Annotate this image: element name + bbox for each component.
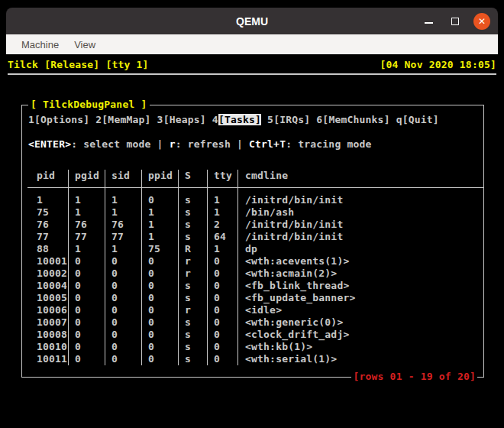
close-button[interactable]: ✕ (473, 13, 490, 30)
close-icon: ✕ (478, 17, 486, 26)
column-header-s: S (179, 170, 208, 182)
tab-tasks[interactable]: 4[Tasks] (212, 114, 261, 125)
tab-memchunks[interactable]: 6[MemChunks] (316, 114, 389, 125)
table-row: 10001000r0<wth:acevents(1)> (27, 255, 483, 268)
status-separator (8, 73, 496, 75)
tab-options[interactable]: 1[Options] (28, 114, 89, 125)
table-row: 10007000s0<wth:generic(0)> (27, 316, 483, 329)
panel-tabs: 1[Options] 2[MemMap] 3[Heaps] 4[Tasks] 5… (28, 114, 439, 126)
tab-irqs[interactable]: 5[IRQs] (267, 114, 310, 125)
table-row: 10011000s0<wth:serial(1)> (27, 353, 483, 365)
debug-panel: [ TilckDebugPanel ] 1[Options] 2[MemMap]… (21, 105, 484, 378)
table-row: 75111s1/bin/ash (27, 206, 483, 219)
table-row: 10005000s0<fb_update_banner> (27, 292, 483, 304)
process-table: pidpgidsidppidSttycmdline 1110s1/initrd/… (27, 170, 483, 365)
table-header-row: pidpgidsidppidSttycmdline (27, 170, 483, 182)
table-row: 7777771s64/initrd/bin/init (27, 231, 483, 243)
panel-help-line: <ENTER>: select mode | r: refresh | Ctrl… (28, 138, 372, 151)
column-header-cmdline: cmdline (238, 170, 483, 182)
terminal-screen[interactable]: Tilck [Release] [tty 1] [04 Nov 2020 18:… (6, 54, 498, 422)
table-row: 10006000r0<idle> (27, 304, 483, 316)
column-header-pid: pid (27, 170, 69, 182)
table-row: 10002000r0<wth:acmain(2)> (27, 268, 483, 280)
minimize-button[interactable] (420, 13, 437, 30)
screen: QEMU ✕ Machine View Tilck [Release] [tty… (0, 0, 504, 428)
table-row: 881175R1dp (27, 243, 483, 255)
column-header-tty: tty (208, 170, 238, 182)
rows-indicator: [rows 01 - 19 of 20] (351, 371, 477, 383)
window-title: QEMU (236, 15, 268, 28)
column-header-sid: sid (105, 170, 142, 182)
process-table-body: 1110s1/initrd/bin/init75111s1/bin/ash767… (27, 194, 483, 365)
table-separator-row (27, 182, 483, 194)
minimize-icon (425, 22, 433, 24)
tab-memmap[interactable]: 2[MemMap] (95, 114, 150, 125)
table-row: 10004000s0<fb_blink_thread> (27, 280, 483, 292)
table-row: 1110s1/initrd/bin/init (27, 194, 483, 206)
table-row: 10010000s0<wth:kb(1)> (27, 341, 483, 353)
column-header-pgid: pgid (69, 170, 105, 182)
vm-clock: [04 Nov 2020 18:05] (380, 59, 496, 71)
menubar: Machine View (6, 34, 498, 54)
vm-status-line: Tilck [Release] [tty 1] [04 Nov 2020 18:… (8, 59, 496, 71)
table-row: 10008000s0<clock_drift_adj> (27, 329, 483, 341)
window-titlebar: QEMU ✕ (6, 8, 498, 34)
tab-quit[interactable]: q[Quit] (396, 114, 439, 125)
tab-heaps[interactable]: 3[Heaps] (157, 114, 206, 125)
menu-item-machine[interactable]: Machine (14, 37, 66, 53)
window-controls: ✕ (420, 8, 490, 34)
panel-title: [ TilckDebugPanel ] (28, 99, 150, 111)
menu-item-view[interactable]: View (66, 37, 103, 53)
maximize-icon (451, 18, 459, 25)
table-row: 7676761s2/initrd/bin/init (27, 219, 483, 231)
maximize-button[interactable] (447, 13, 464, 30)
column-header-ppid: ppid (142, 170, 179, 182)
vm-title: Tilck [Release] [tty 1] (8, 59, 149, 71)
